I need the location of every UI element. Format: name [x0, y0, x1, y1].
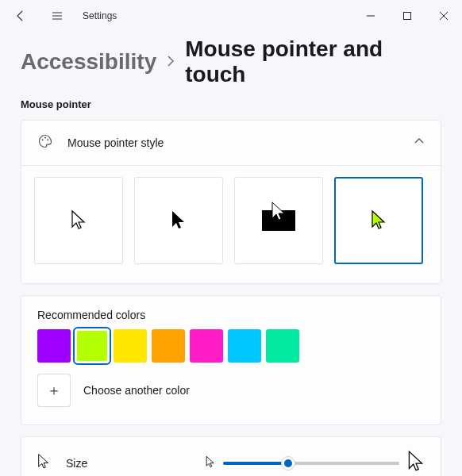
back-button[interactable]	[10, 5, 32, 27]
minimize-button[interactable]	[352, 3, 389, 29]
breadcrumb-current: Mouse pointer and touch	[185, 36, 441, 87]
cursor-max-icon	[407, 450, 425, 476]
slider-fill	[223, 462, 288, 465]
pointer-style-inverted[interactable]	[234, 177, 323, 264]
menu-button[interactable]	[46, 5, 68, 27]
color-swatch-cyan[interactable]	[228, 329, 261, 363]
breadcrumb: Accessibility Mouse pointer and touch	[0, 32, 462, 92]
size-slider[interactable]	[223, 455, 399, 471]
pointer-style-title: Mouse pointer style	[67, 136, 399, 149]
titlebar: Settings	[0, 0, 462, 32]
titlebar-left: Settings	[10, 5, 352, 27]
size-card: Size	[21, 436, 441, 476]
cursor-small-icon	[37, 453, 50, 474]
close-button[interactable]	[425, 3, 462, 29]
cursor-min-icon	[206, 455, 215, 472]
recommended-colors-label: Recommended colors	[37, 309, 425, 321]
slider-thumb[interactable]	[281, 456, 295, 470]
window-controls	[352, 3, 462, 29]
choose-color-row: ＋ Choose another color	[37, 374, 425, 407]
chevron-right-icon	[166, 54, 175, 71]
svg-point-1	[42, 139, 44, 140]
chevron-up-icon	[414, 136, 425, 150]
size-label: Size	[66, 457, 87, 470]
choose-color-button[interactable]: ＋	[37, 374, 71, 407]
recommended-colors-card: Recommended colors ＋ Choose another colo…	[21, 295, 441, 425]
pointer-style-custom[interactable]	[334, 177, 423, 264]
inverted-preview	[262, 210, 295, 231]
pointer-style-header[interactable]: Mouse pointer style	[21, 121, 441, 166]
color-swatch-magenta[interactable]	[190, 329, 223, 363]
svg-rect-0	[404, 13, 411, 20]
color-swatch-purple[interactable]	[37, 329, 71, 363]
svg-point-2	[44, 137, 46, 139]
palette-icon	[37, 133, 53, 152]
plus-icon: ＋	[47, 381, 61, 400]
color-swatch-yellow[interactable]	[114, 329, 147, 363]
section-label: Mouse pointer	[0, 92, 462, 117]
color-swatch-orange[interactable]	[152, 329, 185, 363]
color-swatches	[37, 329, 425, 363]
pointer-style-white[interactable]	[34, 177, 123, 264]
pointer-style-options	[21, 166, 441, 283]
breadcrumb-parent[interactable]: Accessibility	[21, 49, 156, 75]
maximize-button[interactable]	[389, 3, 425, 29]
color-swatch-lime[interactable]	[75, 329, 109, 363]
pointer-style-black[interactable]	[134, 177, 223, 264]
choose-color-label: Choose another color	[83, 384, 190, 397]
window-title: Settings	[83, 10, 117, 21]
color-swatch-teal[interactable]	[266, 329, 299, 363]
svg-point-3	[47, 139, 48, 140]
pointer-style-card: Mouse pointer style	[21, 120, 441, 284]
size-slider-wrap	[206, 450, 425, 476]
